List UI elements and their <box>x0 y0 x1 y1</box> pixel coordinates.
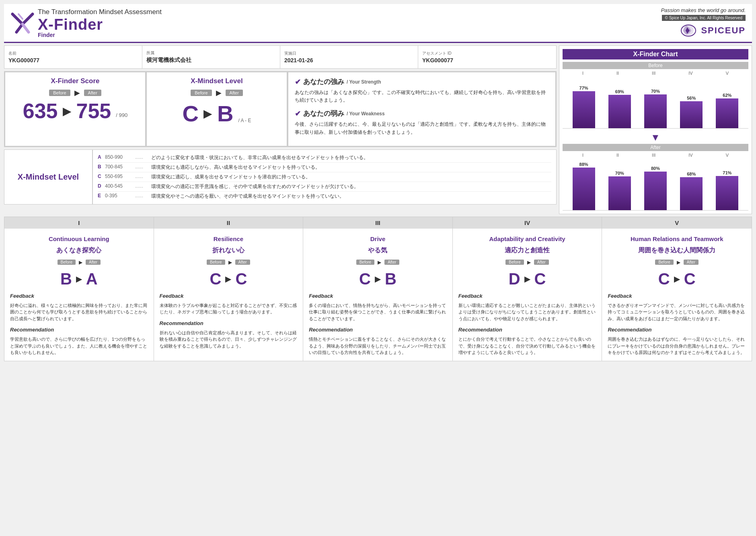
weakness-title: ✔ あなたの弱み / Your Weakness <box>295 109 549 118</box>
chart-bar <box>608 176 631 210</box>
score-max: / 990 <box>116 112 127 118</box>
score-ba-row: Before ▶ After <box>49 88 101 97</box>
chart-axis-label: II <box>616 153 619 158</box>
mindset-row-dots: ...... <box>135 183 151 189</box>
category-jp: やる気 <box>309 246 447 255</box>
mindset-row-desc: 環境変化やそこへの適応を厭い、その中で成果を出せるマインドセットを持っていない。 <box>151 193 551 200</box>
chart-pct-label: 88% <box>579 162 588 167</box>
score-after-label: After <box>84 90 101 96</box>
strength-title: ✔ あなたの強み / Your Strength <box>295 77 549 86</box>
org-value: 横河電機株式会社 <box>146 57 276 64</box>
mindset-row-range: 400-545 <box>105 183 135 189</box>
bt-after-label: After <box>684 260 698 265</box>
chart-bar <box>573 91 595 128</box>
chart-axis-label: III <box>652 153 655 158</box>
mindset-arrow-icon: ▶ <box>203 107 212 120</box>
bt-scores: C ▶ B <box>309 270 447 288</box>
top-section: 名前 YKG000077 所属 横河電機株式会社 実施日 2021-01-26 … <box>4 45 752 214</box>
bt-after-score: C <box>534 270 546 288</box>
copyright: © Spice Up Japan, Inc. All Rights Reserv… <box>662 15 746 21</box>
chart-after-label: After <box>563 144 748 151</box>
xmindset-box: X-Mindset Level Before ▶ After C ▶ B / A… <box>146 72 288 147</box>
mindset-row-letter: E <box>98 193 105 198</box>
weakness-jp: あなたの弱み <box>303 109 344 118</box>
chart-axis-label: III <box>652 71 655 76</box>
xfinder-title: X-Finder <box>38 16 162 33</box>
chart-axis-label: IV <box>688 153 692 158</box>
mindset-after-label: After <box>226 90 243 96</box>
chart-bar <box>680 177 703 210</box>
bt-rec-text: 情熱とモチベーションに蓋をすることなく、さらにその火が大きくなるよう、興味ある分… <box>309 336 447 356</box>
mindset-row: C 550-695 ...... 環境変化に適応し、成果を出せるマインドセットを… <box>98 172 551 182</box>
bt-arrow-icon: ▶ <box>524 274 530 284</box>
mindset-row-dots: ...... <box>135 164 151 170</box>
mindset-row-range: 0-395 <box>105 193 135 198</box>
strength-en: / Your Strength <box>347 79 381 85</box>
bt-after-score: B <box>385 270 396 288</box>
name-cell: 名前 YKG000077 <box>4 46 142 68</box>
bt-feedback-title: Feedback <box>608 293 746 299</box>
chart-pct-label: 77% <box>579 86 588 90</box>
mindset-range: / A - E <box>238 118 251 123</box>
scores-section: X-Finder Score Before ▶ After 635 ▶ 755 … <box>4 71 557 147</box>
chart-pct-label: 80% <box>651 166 660 171</box>
check-icon-weakness: ✔ <box>295 109 301 118</box>
bt-after-score: C <box>235 270 247 288</box>
mindset-row: D 400-545 ...... 環境変化への適応に苦手意識を感じ、その中で成果… <box>98 182 551 192</box>
bt-after-label: After <box>384 260 399 265</box>
svg-line-1 <box>23 14 33 24</box>
bt-before-score: C <box>359 270 371 288</box>
mindset-letters-row: C ▶ B / A - E <box>183 100 251 127</box>
id-label: アセスメント ID <box>422 51 552 56</box>
bt-rec-text: 折れない心は自信や自己肯定感から高まります。そして、それらは経験を積み重ねること… <box>160 329 298 350</box>
xmindset-title: X-Mindset Level <box>191 77 242 85</box>
strength-jp: あなたの強み <box>303 77 344 86</box>
mindset-row-letter: D <box>98 183 105 189</box>
mindset-table: A 850-990 ...... どのように変化する環境・状況においても、非常に… <box>93 150 556 204</box>
bt-feedback-text: 多くの場合において、情熱を持ちながら、高いモベーションを持って仕事に取り組む姿勢… <box>309 302 447 322</box>
chart-axis-label: V <box>726 153 729 158</box>
mindset-row-desc: どのように変化する環境・状況においても、非常に高い成果を出せるマインドセットを持… <box>151 154 551 161</box>
mindset-row-letter: B <box>98 164 105 170</box>
mindset-row: E 0-395 ...... 環境変化やそこへの適応を厭い、その中で成果を出せる… <box>98 192 551 201</box>
bt-scores: B ▶ A <box>10 270 148 288</box>
bt-after-label: After <box>534 260 549 265</box>
mindset-before-label: Before <box>191 90 212 96</box>
chart-bar <box>644 172 667 210</box>
category-en: Adaptability and Creativity <box>458 235 596 243</box>
bt-before-label: Before <box>207 260 225 265</box>
chart-pct-label: 56% <box>687 96 696 100</box>
bt-before-score: C <box>210 270 222 288</box>
mindset-row-range: 700-845 <box>105 164 135 170</box>
chart-after-bars: 88%70%80%68%71% <box>563 158 748 211</box>
bt-rec-title: Recommendation <box>309 327 447 333</box>
category-jp: 折れない心 <box>160 246 298 255</box>
bt-after-score: C <box>684 270 696 288</box>
bt-feedback-text: 新しい環境に適応することが難しいことがたまにあり、主体的というよりは受け身になり… <box>458 302 596 322</box>
mindset-row-range: 550-695 <box>105 174 135 179</box>
chart-axis-label: IV <box>688 71 692 76</box>
bt-arrow-icon: ▶ <box>674 274 680 284</box>
tagline: Passion makes the world go around. <box>661 7 746 13</box>
chart-bar-col: 69% <box>608 89 631 128</box>
bt-before-score: B <box>60 270 72 288</box>
bt-arrow-icon: ▶ <box>375 274 381 284</box>
column-roman: II <box>154 217 303 229</box>
bt-ba-row: Before ▶ After <box>160 260 298 265</box>
score-before-value: 635 <box>23 100 58 121</box>
org-cell: 所属 横河電機株式会社 <box>142 46 280 68</box>
strength-weakness-box: ✔ あなたの強み / Your Strength あなたの強みは「あくなき探究心… <box>288 72 556 147</box>
spiceup-icon <box>678 23 698 39</box>
mindset-row-desc: 環境変化への適応に苦手意識を感じ、その中で成果を出すためのマインドセットが欠けて… <box>151 183 551 190</box>
spiceup-logo: SPICEUP <box>678 23 746 39</box>
info-row: 名前 YKG000077 所属 横河電機株式会社 実施日 2021-01-26 … <box>4 45 557 69</box>
name-value: YKG000077 <box>8 57 138 63</box>
category-en: Resilience <box>160 235 298 243</box>
mindset-row-letter: C <box>98 174 105 179</box>
chart-bar <box>608 95 631 128</box>
bt-feedback-text: 未体験のトラブルや事象が起こると対応することができず、不安に感じたり、ネガティブ… <box>160 302 298 315</box>
score-arrow-label: ▶ <box>74 88 80 97</box>
date-value: 2021-01-26 <box>284 57 414 63</box>
svg-line-4 <box>18 14 23 19</box>
mindset-row-dots: ...... <box>135 154 151 160</box>
